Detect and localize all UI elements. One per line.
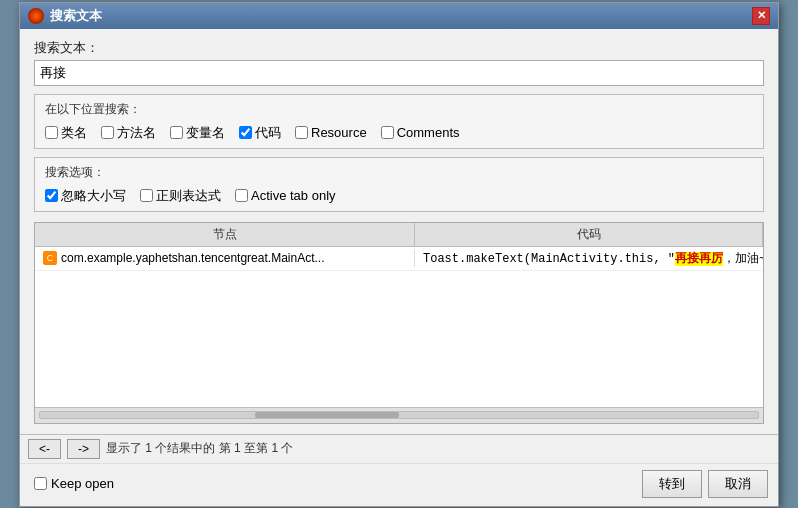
checkbox-variable[interactable]: 变量名 (170, 124, 225, 142)
bottom-row: Keep open 转到 取消 (20, 463, 778, 506)
dialog-title: 搜索文本 (50, 7, 102, 25)
results-section: 节点 代码 C com.example.yaphetshan.tencentgr… (34, 222, 764, 424)
title-bar-left: 搜索文本 (28, 7, 102, 25)
checkbox-resource-label: Resource (311, 125, 367, 140)
checkbox-class[interactable]: 类名 (45, 124, 87, 142)
checkbox-variable-input[interactable] (170, 126, 183, 139)
col-header-node: 节点 (35, 223, 415, 246)
next-button[interactable]: -> (67, 439, 100, 459)
navigation-row: <- -> 显示了 1 个结果中的 第 1 至第 1 个 (20, 434, 778, 463)
results-header: 节点 代码 (35, 223, 763, 247)
checkbox-ignore-case[interactable]: 忽略大小写 (45, 187, 126, 205)
col-header-code: 代码 (415, 223, 763, 246)
checkbox-method[interactable]: 方法名 (101, 124, 156, 142)
search-in-options: 类名 方法名 变量名 代码 Resource (45, 124, 753, 142)
results-empty-area (35, 271, 763, 371)
results-body: C com.example.yaphetshan.tencentgreat.Ma… (35, 247, 763, 407)
code-highlight: 再接再厉 (675, 252, 723, 266)
cell-node: C com.example.yaphetshan.tencentgreat.Ma… (35, 249, 415, 267)
cell-code: Toast.makeText(MainActivity.this, "再接再厉，… (415, 248, 763, 269)
checkbox-class-input[interactable] (45, 126, 58, 139)
checkbox-code-input[interactable] (239, 126, 252, 139)
checkbox-active-tab-input[interactable] (235, 189, 248, 202)
checkbox-class-label: 类名 (61, 124, 87, 142)
search-in-label: 在以下位置搜索： (45, 101, 753, 118)
search-dialog: 搜索文本 ✕ 搜索文本： 在以下位置搜索： 类名 方法名 (19, 2, 779, 507)
checkbox-regex[interactable]: 正则表达式 (140, 187, 221, 205)
search-label: 搜索文本： (34, 39, 764, 57)
checkbox-ignore-case-label: 忽略大小写 (61, 187, 126, 205)
checkbox-method-input[interactable] (101, 126, 114, 139)
keep-open-label: Keep open (51, 476, 114, 491)
checkbox-regex-input[interactable] (140, 189, 153, 202)
convert-button[interactable]: 转到 (642, 470, 702, 498)
table-row[interactable]: C com.example.yaphetshan.tencentgreat.Ma… (35, 247, 763, 271)
checkbox-code-label: 代码 (255, 124, 281, 142)
code-after: ，加油~ (723, 252, 763, 266)
checkbox-ignore-case-input[interactable] (45, 189, 58, 202)
node-text: com.example.yaphetshan.tencentgreat.Main… (61, 251, 324, 265)
search-in-section: 在以下位置搜索： 类名 方法名 变量名 代码 (34, 94, 764, 149)
checkbox-active-tab-label: Active tab only (251, 188, 336, 203)
checkbox-code[interactable]: 代码 (239, 124, 281, 142)
action-buttons: 转到 取消 (642, 470, 768, 498)
checkbox-comments[interactable]: Comments (381, 125, 460, 140)
search-options-row: 忽略大小写 正则表达式 Active tab only (45, 187, 753, 205)
checkbox-method-label: 方法名 (117, 124, 156, 142)
search-options-label: 搜索选项： (45, 164, 753, 181)
node-icon: C (43, 251, 57, 265)
nav-status: 显示了 1 个结果中的 第 1 至第 1 个 (106, 440, 293, 457)
dialog-body: 搜索文本： 在以下位置搜索： 类名 方法名 变量名 (20, 29, 778, 434)
prev-button[interactable]: <- (28, 439, 61, 459)
code-before: Toast.makeText(MainActivity.this, " (423, 252, 675, 266)
close-button[interactable]: ✕ (752, 7, 770, 25)
checkbox-comments-input[interactable] (381, 126, 394, 139)
search-input[interactable] (34, 60, 764, 86)
app-icon (28, 8, 44, 24)
checkbox-comments-label: Comments (397, 125, 460, 140)
scrollbar-thumb[interactable] (255, 412, 399, 418)
search-text-section: 搜索文本： (34, 39, 764, 86)
checkbox-resource-input[interactable] (295, 126, 308, 139)
checkbox-variable-label: 变量名 (186, 124, 225, 142)
horizontal-scrollbar[interactable] (35, 407, 763, 423)
keep-open-checkbox[interactable]: Keep open (34, 476, 114, 491)
checkbox-resource[interactable]: Resource (295, 125, 367, 140)
scrollbar-track[interactable] (39, 411, 759, 419)
checkbox-regex-label: 正则表达式 (156, 187, 221, 205)
search-options-section: 搜索选项： 忽略大小写 正则表达式 Active tab only (34, 157, 764, 212)
title-bar: 搜索文本 ✕ (20, 3, 778, 29)
keep-open-input[interactable] (34, 477, 47, 490)
checkbox-active-tab[interactable]: Active tab only (235, 188, 336, 203)
cancel-button[interactable]: 取消 (708, 470, 768, 498)
